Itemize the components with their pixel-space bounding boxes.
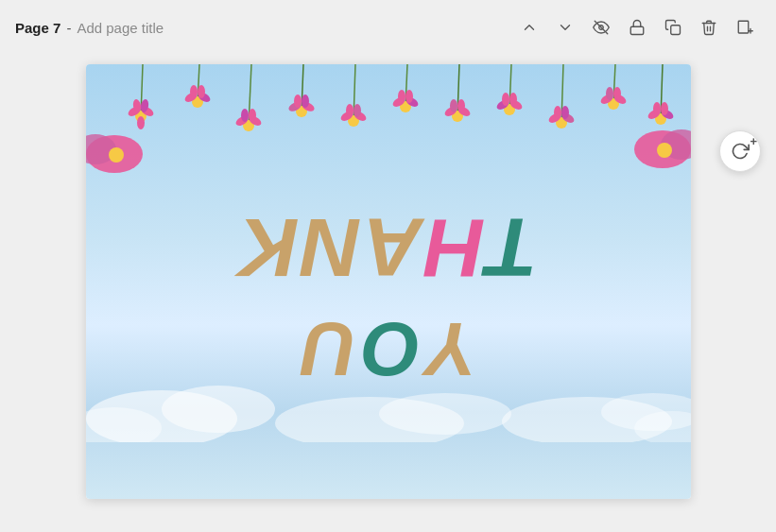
trash-icon: [700, 19, 717, 36]
add-page-icon: [736, 19, 753, 36]
regenerate-fab[interactable]: +: [719, 130, 761, 172]
chevron-up-icon: [521, 19, 538, 36]
eye-icon: [593, 19, 610, 36]
add-page-title[interactable]: Add page title: [77, 20, 164, 36]
letter-t: T: [486, 199, 539, 296]
chevron-down-icon: [557, 19, 574, 36]
letter-n: N: [300, 199, 362, 296]
main-content: YOU THANK +: [0, 55, 776, 532]
toolbar: [513, 11, 761, 43]
duplicate-button[interactable]: [657, 11, 689, 43]
letter-o: O: [359, 305, 422, 392]
move-up-button[interactable]: [513, 11, 545, 43]
page-separator: -: [66, 20, 71, 36]
fab-plus: +: [750, 134, 757, 148]
svg-rect-4: [738, 21, 749, 33]
move-down-button[interactable]: [549, 11, 581, 43]
letter-y: Y: [423, 305, 477, 392]
add-page-button[interactable]: [729, 11, 761, 43]
letter-k: K: [237, 199, 300, 296]
top-bar: Page 7 - Add page title: [0, 0, 776, 55]
you-text: YOU: [299, 305, 477, 392]
svg-rect-3: [671, 26, 681, 35]
duplicate-icon: [664, 19, 681, 36]
letter-a: A: [362, 199, 424, 296]
top-bar-left: Page 7 - Add page title: [15, 20, 164, 36]
svg-rect-2: [630, 26, 644, 34]
thank-you-text-area: YOU THANK: [86, 64, 691, 499]
hide-button[interactable]: [585, 11, 617, 43]
lock-icon: [629, 19, 646, 36]
page-card[interactable]: YOU THANK: [86, 64, 691, 499]
card-image: YOU THANK: [86, 64, 691, 499]
delete-button[interactable]: [693, 11, 725, 43]
lock-button[interactable]: [621, 11, 653, 43]
page-number: Page 7: [15, 20, 60, 36]
regenerate-icon: [731, 142, 750, 161]
letter-h: H: [423, 199, 486, 296]
letter-u2: U: [299, 305, 357, 392]
page-container: Page 7 - Add page title: [0, 0, 776, 532]
thank-text: THANK: [237, 199, 538, 296]
